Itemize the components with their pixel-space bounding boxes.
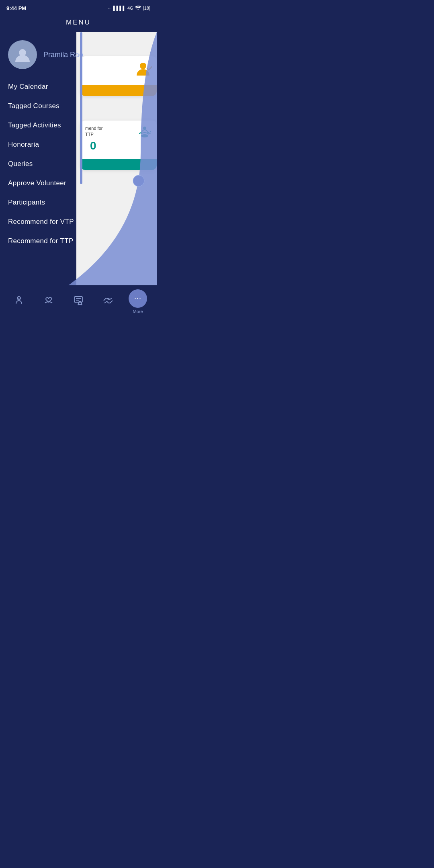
status-time: 9:44 PM: [6, 5, 26, 11]
heart-hand-icon: [43, 295, 54, 308]
more-dots-icon: ···: [134, 294, 141, 303]
wifi-icon: [135, 5, 141, 11]
nav-item-more[interactable]: ··· More: [123, 289, 153, 314]
menu-item-participants[interactable]: Participants: [8, 193, 104, 212]
header: MENU: [0, 14, 157, 32]
status-icons: ··· ▌▌▌▌ 4G [18]: [108, 5, 150, 11]
menu-area: Pramila Rao My Calendar Tagged Courses T…: [0, 32, 104, 285]
signal-bars: ▌▌▌▌: [113, 6, 126, 10]
menu-item-my-calendar[interactable]: My Calendar: [8, 77, 104, 96]
nav-item-handshake[interactable]: [93, 295, 123, 308]
menu-item-recommend-vtp[interactable]: Recommend for VTP: [8, 212, 104, 231]
scrollbar-indicator: [80, 32, 82, 184]
more-button[interactable]: ···: [129, 289, 147, 308]
network-type: 4G: [127, 6, 133, 10]
home-icon: [14, 295, 24, 308]
menu-item-honoraria[interactable]: Honoraria: [8, 135, 104, 154]
profile-section[interactable]: Pramila Rao: [0, 32, 104, 77]
avatar: [8, 40, 37, 69]
menu-item-recommend-ttp[interactable]: Recommend for TTP: [8, 231, 104, 251]
nav-item-home[interactable]: [4, 295, 34, 308]
header-title: MENU: [66, 18, 91, 26]
menu-item-tagged-courses[interactable]: Tagged Courses: [8, 96, 104, 116]
menu-item-queries[interactable]: Queries: [8, 154, 104, 174]
svg-rect-8: [74, 297, 82, 302]
signal-dots: ···: [108, 6, 112, 10]
more-label: More: [133, 309, 143, 314]
menu-item-tagged-activities[interactable]: Tagged Activities: [8, 116, 104, 135]
status-bar: 9:44 PM ··· ▌▌▌▌ 4G [18]: [0, 0, 157, 14]
menu-item-approve-volunteer[interactable]: Approve Volunteer: [8, 174, 104, 193]
battery-icon: [18]: [143, 6, 150, 10]
profile-name: Pramila Rao: [43, 51, 83, 59]
nav-item-heart[interactable]: [34, 295, 63, 308]
certificate-icon: [73, 295, 84, 308]
svg-point-7: [18, 298, 20, 299]
main-content: mend forTTP 0: [0, 32, 157, 285]
menu-list: My Calendar Tagged Courses Tagged Activi…: [0, 77, 104, 251]
bottom-nav: ··· More: [0, 289, 157, 313]
handshake-icon: [103, 295, 113, 308]
svg-point-4: [133, 175, 144, 186]
nav-item-certificate[interactable]: [63, 295, 93, 308]
